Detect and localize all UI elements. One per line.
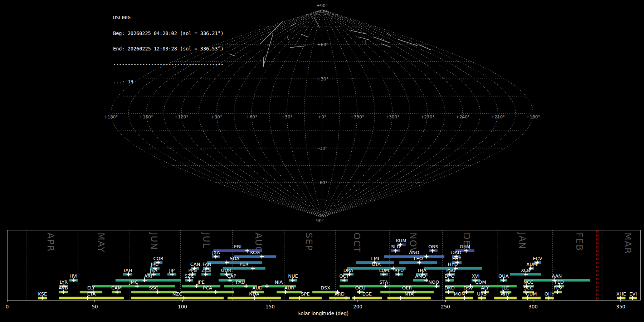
shower-code-label: OHY xyxy=(545,291,555,297)
radiant-track xyxy=(263,57,264,67)
shower-code-label: GUM xyxy=(526,291,537,297)
shower-bar xyxy=(207,261,262,264)
shower-code-label: PSU xyxy=(446,268,455,273)
radiant-track xyxy=(229,54,235,56)
x-tick-label: 150 xyxy=(265,304,275,309)
shower-peak-marker xyxy=(619,296,623,300)
shower-code-label: NOO xyxy=(428,279,439,285)
map-lon-label: +90° xyxy=(211,114,222,119)
map-lon-label: +60° xyxy=(246,114,257,119)
shower-bar xyxy=(181,291,234,293)
shower-peak-marker xyxy=(156,290,160,294)
shower-code-label: PCA xyxy=(203,285,212,291)
map-grid-meridian xyxy=(322,10,410,217)
shower-code-label: FED xyxy=(555,279,564,285)
shower-code-label: JIP xyxy=(169,268,175,273)
shower-code-label: DSX xyxy=(321,285,330,291)
shower-peak-marker xyxy=(525,296,529,300)
pole-ring xyxy=(316,212,328,217)
observation-header: USL00G Beg: 20260225 04:20:02 (sol = 336… xyxy=(113,5,224,89)
shower-peak-marker xyxy=(214,255,218,259)
radiant-track xyxy=(314,17,319,28)
shower-code-label: KUM xyxy=(396,238,406,243)
shower-code-label: ORS xyxy=(428,244,438,249)
shower-peak-marker xyxy=(143,278,147,282)
map-lat-label: +30° xyxy=(317,77,328,82)
shower-code-label: THA xyxy=(416,268,426,273)
shower-peak-marker xyxy=(260,255,264,259)
shower-code-label: CTA xyxy=(372,262,381,267)
shower-code-label: RPU xyxy=(394,268,404,273)
shower-code-label: AAN xyxy=(552,273,562,279)
active-shower-count: ...: 19 xyxy=(113,79,224,84)
x-tick-label: 300 xyxy=(528,304,538,309)
shower-peak-marker xyxy=(479,296,483,300)
shower-peak-marker xyxy=(384,284,387,288)
map-lon-label: +210° xyxy=(491,114,505,119)
shower-code-label: EHY xyxy=(452,256,462,261)
map-lon-label: +240° xyxy=(456,114,470,119)
pole-ring xyxy=(319,215,325,217)
activity-timeline: APRMAYJUNJULAUGSEPOCTNOVDECJANFEBMARKUME… xyxy=(6,230,640,316)
shower-code-label: JMC xyxy=(129,279,138,285)
shower-code-label: CAN xyxy=(190,262,200,267)
shower-code-label: FEV xyxy=(553,285,562,291)
x-tick-label: 100 xyxy=(178,304,187,309)
shower-code-label: DAD xyxy=(451,250,462,255)
begin-time-line: Beg: 20260225 04:20:02 (sol = 336.21°) xyxy=(113,31,224,36)
shower-code-label: KCG xyxy=(250,250,260,255)
shower-code-label: EVI xyxy=(629,291,637,297)
month-label: JUL xyxy=(201,232,211,248)
map-lon-label: +180° xyxy=(104,114,118,119)
x-tick-label: 250 xyxy=(441,304,450,309)
shower-code-label: SDA xyxy=(230,256,239,261)
shower-peak-marker xyxy=(152,272,156,276)
shower-code-label: SSG xyxy=(149,285,159,291)
shower-peak-marker xyxy=(630,296,634,300)
month-label: JAN xyxy=(517,232,527,249)
map-north-pole-label: +90° xyxy=(316,3,327,8)
radiant-track xyxy=(291,23,296,26)
x-tick-label: 200 xyxy=(353,304,362,309)
shower-code-label: HVI xyxy=(69,273,78,279)
shower-bar xyxy=(522,297,541,299)
shower-peak-marker xyxy=(344,296,348,300)
map-lat-label: +60° xyxy=(317,42,328,47)
map-lon-label: +180° xyxy=(526,114,540,119)
map-lon-label: +0° xyxy=(318,114,326,119)
shower-peak-marker xyxy=(251,267,255,270)
shower-peak-marker xyxy=(245,249,249,253)
map-grid-meridian xyxy=(252,10,322,217)
shower-bar xyxy=(234,255,276,258)
shower-code-label: ELY xyxy=(87,285,95,291)
shower-peak-marker xyxy=(352,296,356,300)
shower-code-label: QUA xyxy=(498,273,509,279)
shower-code-label: ARD xyxy=(335,291,345,297)
shower-code-label: COM xyxy=(475,279,486,285)
shower-peak-marker xyxy=(382,272,386,276)
shower-code-label: ARI xyxy=(144,273,152,279)
shower-bar xyxy=(224,285,257,287)
shower-code-label: ETA xyxy=(87,291,96,297)
shower-code-label: DRA xyxy=(343,268,353,273)
shower-peak-marker xyxy=(195,284,199,288)
shower-code-label: DPC xyxy=(445,273,454,279)
month-label: JUN xyxy=(149,232,159,250)
shower-peak-marker xyxy=(524,272,528,276)
shower-code-label: JEA xyxy=(150,268,157,273)
shower-code-label: CAM xyxy=(111,285,122,291)
shower-code-label: SCC xyxy=(524,285,533,291)
shower-bar xyxy=(116,279,181,282)
shower-peak-marker xyxy=(394,249,397,253)
shower-bar xyxy=(131,291,177,293)
shower-peak-marker xyxy=(265,284,269,288)
shower-peak-marker xyxy=(86,296,89,300)
shower-code-label: ZCS xyxy=(201,268,211,273)
shower-code-label: DSV xyxy=(463,285,473,291)
shower-code-label: PPS xyxy=(188,268,197,273)
shower-peak-marker xyxy=(61,290,65,294)
shower-code-label: FAN xyxy=(203,262,211,267)
shower-peak-marker xyxy=(447,290,450,294)
shower-bar xyxy=(182,285,220,287)
radiant-track xyxy=(387,33,391,36)
